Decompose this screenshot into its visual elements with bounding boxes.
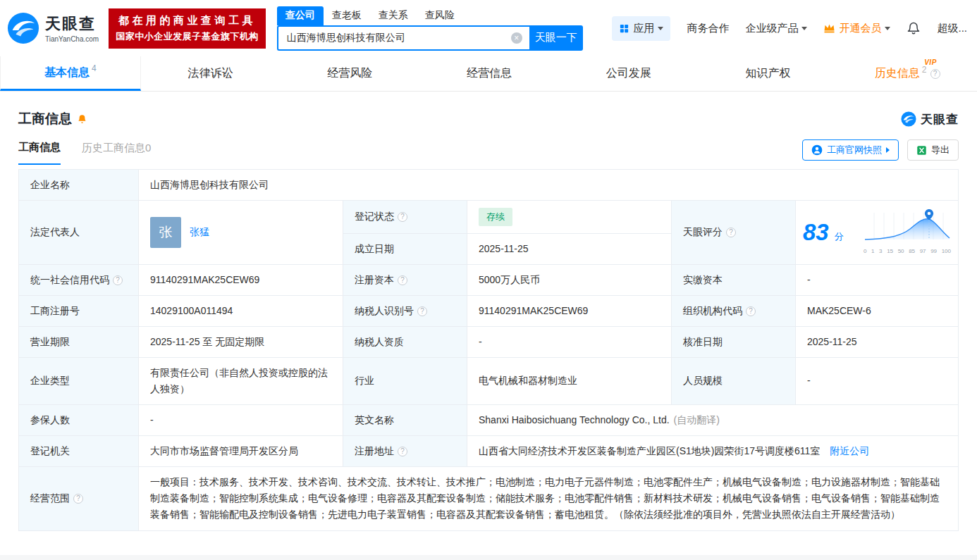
search-tab-boss[interactable]: 查老板 [324,6,370,25]
chevron-down-icon [885,27,890,30]
legal-rep-link[interactable]: 张猛 [190,224,209,240]
search-area: 查公司 查老板 查关系 查风险 × 天眼一下 [277,6,583,51]
official-snapshot-button[interactable]: 工商官网快照 [802,139,899,161]
menu-business-cooperation[interactable]: 商务合作 [687,22,729,35]
subscribe-bell-icon[interactable] [77,114,87,125]
table-row: 统一社会信用代码 91140291MAK25CEW69 注册资本 5000万人民… [19,264,959,295]
reg-status-value: 存续 [467,201,672,233]
business-scope-label: 经营范围 [19,467,139,530]
apps-grid-icon [619,23,629,34]
bell-icon [907,21,921,35]
tab-history-count: 2 [922,65,927,75]
page-bottom-strip [0,555,977,560]
notification-bell[interactable] [907,21,921,35]
tab-risk-label: 经营风险 [327,66,372,81]
industry-value: 电气机械和器材制造业 [467,357,672,404]
paid-capital-value: - [796,264,959,295]
promo-line2: 国家中小企业发展子基金旗下机构 [116,30,259,43]
legal-rep-label: 法定代表人 [19,201,139,265]
score-value: 83 分 [796,201,959,265]
org-code-value: MAK25CEW-6 [796,295,959,326]
search-box: × 天眼一下 [277,25,583,51]
taxpayer-id-value: 91140291MAK25CEW69 [467,295,672,326]
help-icon[interactable] [746,306,756,316]
status-badge: 存续 [479,208,512,225]
score-number: 83 [803,220,829,244]
menu-cooperation-label: 商务合作 [687,22,729,35]
table-row: 企业名称 山西海博思创科技有限公司 [19,170,959,201]
section-head: 工商信息 天眼查 [0,92,977,128]
clear-search-icon[interactable]: × [511,32,522,44]
reg-address-value: 山西省大同经济技术开发区装备制造产业园区(S1地块)园荣街17号调度楼611室 … [467,436,959,467]
person-badge-icon [811,144,823,156]
tab-history-info[interactable]: 历史信息 VIP 2 [837,56,977,91]
search-tab-relation[interactable]: 查关系 [370,6,417,25]
arrow-right-icon [886,147,890,153]
menu-enterprise-label: 企业级产品 [745,22,798,35]
export-label: 导出 [931,144,950,156]
score-axis-labels: 01 315 5085 9799 100 [864,247,951,256]
help-icon[interactable] [930,69,940,79]
tab-ip-label: 知识产权 [745,66,790,81]
tab-operating-info[interactable]: 经营信息 [419,56,559,91]
menu-super-vip[interactable]: 超级... [937,22,967,35]
help-icon[interactable] [113,275,123,285]
reg-authority-value: 大同市市场监督管理局开发区分局 [139,436,343,467]
apps-menu-label: 应用 [633,22,654,35]
table-row: 工商注册号 14029100A011494 纳税人识别号 91140291MAK… [19,295,959,326]
chevron-down-icon [801,27,807,30]
menu-enterprise-products[interactable]: 企业级产品 [745,22,807,35]
search-button[interactable]: 天眼一下 [529,25,583,51]
subtab-business-info[interactable]: 工商信息 [18,141,61,165]
table-row: 登记机关 大同市市场监督管理局开发区分局 注册地址 山西省大同经济技术开发区装备… [19,436,959,467]
nearby-companies-link[interactable]: 附近公司 [830,445,869,456]
subtab-history-business-info[interactable]: 历史工商信息0 [82,142,151,164]
excel-icon [916,145,927,156]
logo-title: 天眼查 [45,13,99,35]
legal-rep-avatar[interactable]: 张 [150,217,181,248]
search-input[interactable] [277,25,529,51]
score-chart[interactable]: 01 315 5085 9799 100 [864,209,951,256]
table-row: 法定代表人 张 张猛 登记状态 存续 天眼评分 83 分 [19,201,959,233]
search-tab-risk[interactable]: 查风险 [417,6,463,25]
promo-line1: 都在用的商业查询工具 [116,14,259,27]
help-icon[interactable] [398,275,407,285]
help-icon[interactable] [73,494,83,504]
help-icon[interactable] [726,228,736,237]
search-tab-company[interactable]: 查公司 [277,6,324,25]
paid-capital-label: 实缴资本 [672,264,796,295]
tianyancha-logo[interactable]: 天眼查 TianYanCha.com [7,12,99,44]
table-row: 企业类型 有限责任公司（非自然人投资或控股的法人独资） 行业 电气机械和器材制造… [19,357,959,404]
section-brand: 天眼查 [901,111,959,127]
tab-company-development[interactable]: 公司发展 [559,56,699,91]
auto-translate-note: (自动翻译) [674,414,720,425]
top-menu: 应用 商务合作 企业级产品 开通会员 超级... [612,16,967,41]
menu-vip-label: 开通会员 [839,22,881,35]
reg-address-label: 注册地址 [343,436,467,467]
reg-authority-label: 登记机关 [19,436,139,467]
business-info-table: 企业名称 山西海博思创科技有限公司 法定代表人 张 张猛 登记状态 存续 天眼评… [18,169,959,531]
help-icon[interactable] [417,306,427,316]
logo-subtitle: TianYanCha.com [45,35,99,43]
menu-open-vip[interactable]: 开通会员 [823,22,890,35]
crown-icon [823,23,835,33]
tab-legal-label: 法律诉讼 [188,66,233,81]
official-snapshot-label: 工商官网快照 [827,144,882,156]
tab-legal-proceedings[interactable]: 法律诉讼 [141,56,281,91]
company-name-value: 山西海博思创科技有限公司 [139,170,959,201]
help-icon[interactable] [398,447,407,456]
staff-size-label: 人员规模 [672,357,796,404]
tab-history-label: 历史信息 [875,67,920,79]
section-brand-label: 天眼查 [921,111,959,127]
apps-menu[interactable]: 应用 [612,16,670,41]
subtab-row: 工商信息 历史工商信息0 工商官网快照 导出 [0,128,977,166]
export-button[interactable]: 导出 [907,139,959,161]
reg-status-label: 登记状态 [343,201,467,233]
tab-operation-label: 经营信息 [467,66,512,81]
credit-code-value: 91140291MAK25CEW69 [139,264,343,295]
tab-intellectual-property[interactable]: 知识产权 [699,56,838,91]
help-icon[interactable] [398,212,407,222]
taxpayer-quality-label: 纳税人资质 [343,326,467,357]
tab-operating-risk[interactable]: 经营风险 [280,56,419,91]
tab-basic-info[interactable]: 基本信息 4 [0,56,141,91]
